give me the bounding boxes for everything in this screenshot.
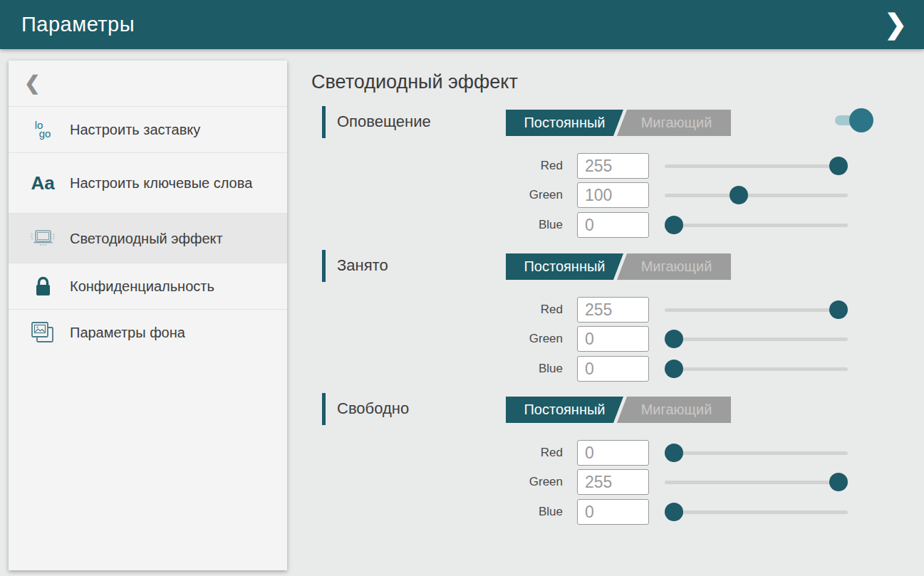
channel-value-input[interactable]: [577, 469, 649, 495]
mode-tabs: МигающийПостоянный: [506, 397, 731, 423]
channel-slider[interactable]: [665, 440, 848, 466]
slider-track: [665, 224, 848, 227]
background-images-icon: [24, 320, 61, 345]
section-accent-bar: [322, 250, 326, 282]
channel-label: Red: [322, 297, 563, 323]
led-section: СвободноМигающийПостоянныйRedGreenBlue: [322, 392, 892, 532]
led-display-icon: [24, 226, 61, 251]
sidebar-item-label: Настроить ключевые слова: [70, 174, 264, 192]
slider-thumb[interactable]: [665, 360, 683, 378]
keywords-icon: Aa: [24, 172, 61, 194]
channel-value-input[interactable]: [577, 356, 649, 382]
slider-track: [665, 194, 848, 197]
channel-slider[interactable]: [665, 499, 848, 525]
main-section-title: Светодиодный эффект: [311, 71, 518, 93]
channel-slider[interactable]: [665, 153, 848, 179]
sidebar-item-logo[interactable]: logoНастроить заставку: [9, 106, 287, 152]
page-title: Параметры: [21, 13, 135, 36]
slider-thumb[interactable]: [665, 216, 683, 234]
channel-row: Red: [322, 440, 863, 466]
led-section: ОповещениеМигающийПостоянныйRedGreenBlue: [322, 105, 892, 245]
sidebar-collapse-button[interactable]: ❮: [9, 61, 287, 106]
slider-thumb[interactable]: [665, 444, 683, 462]
channel-row: Green: [322, 326, 863, 352]
toggle-thumb: [849, 108, 873, 132]
logo-icon: logo: [24, 121, 61, 138]
channel-slider[interactable]: [665, 326, 848, 352]
channel-slider[interactable]: [665, 212, 848, 238]
channel-row: Green: [322, 469, 863, 495]
collapse-chevron-icon: ❮: [24, 72, 41, 95]
forward-chevron-icon[interactable]: ❯: [884, 7, 907, 41]
slider-track: [665, 451, 848, 455]
mode-tabs: МигающийПостоянный: [506, 110, 731, 136]
slider-thumb[interactable]: [665, 503, 683, 521]
sidebar-item-background-images[interactable]: Параметры фона: [9, 309, 287, 355]
channel-row: Blue: [322, 499, 863, 525]
section-label: Занято: [337, 249, 388, 281]
section-enable-toggle[interactable]: [834, 108, 878, 135]
slider-thumb[interactable]: [665, 330, 683, 348]
slider-track: [665, 481, 848, 484]
channel-label: Blue: [322, 212, 563, 238]
section-accent-bar: [322, 393, 326, 425]
sidebar-item-lock[interactable]: Конфиденциальность: [9, 263, 287, 309]
sidebar-item-label: Настроить заставку: [70, 120, 264, 139]
channel-label: Blue: [322, 356, 563, 382]
slider-thumb[interactable]: [829, 473, 848, 491]
slider-thumb[interactable]: [730, 186, 748, 204]
channel-label: Green: [322, 469, 563, 495]
channel-slider[interactable]: [665, 469, 848, 495]
slider-track: [665, 337, 848, 341]
led-section: ЗанятоМигающийПостоянныйRedGreenBlue: [322, 249, 892, 389]
channel-row: Green: [322, 182, 863, 208]
sidebar-item-label: Конфиденциальность: [70, 277, 264, 295]
section-label: Свободно: [337, 392, 409, 424]
channel-row: Red: [322, 297, 863, 323]
channel-slider[interactable]: [665, 356, 848, 382]
channel-value-input[interactable]: [577, 182, 649, 208]
sidebar-item-led-display[interactable]: Светодиодный эффект: [9, 213, 287, 263]
channel-value-input[interactable]: [577, 326, 649, 352]
channel-value-input[interactable]: [577, 153, 649, 179]
channel-slider[interactable]: [665, 297, 848, 323]
section-accent-bar: [322, 106, 326, 138]
channel-row: Blue: [322, 356, 863, 382]
mode-tabs: МигающийПостоянный: [506, 253, 731, 280]
channel-label: Green: [322, 326, 563, 352]
slider-track: [665, 510, 848, 514]
app-header: Параметры ❯: [0, 0, 924, 49]
sidebar: ❮ logoНастроить заставкуAaНастроить ключ…: [9, 61, 287, 570]
slider-thumb[interactable]: [829, 157, 848, 175]
channel-row: Red: [322, 153, 863, 179]
channel-row: Blue: [322, 212, 863, 238]
sidebar-item-keywords[interactable]: AaНастроить ключевые слова: [9, 152, 287, 213]
channel-label: Red: [322, 153, 563, 179]
channel-label: Green: [322, 182, 563, 208]
sidebar-item-label: Параметры фона: [70, 323, 264, 342]
channel-value-input[interactable]: [577, 499, 649, 525]
channel-label: Blue: [322, 499, 563, 525]
sidebar-item-label: Светодиодный эффект: [70, 229, 264, 248]
channel-slider[interactable]: [665, 182, 848, 208]
lock-icon: [24, 276, 61, 297]
slider-track: [665, 367, 848, 371]
channel-value-input[interactable]: [577, 212, 649, 238]
section-label: Оповещение: [337, 105, 431, 137]
channel-label: Red: [322, 440, 563, 466]
channel-value-input[interactable]: [577, 440, 649, 466]
sidebar-items: logoНастроить заставкуAaНастроить ключев…: [9, 106, 287, 355]
channel-value-input[interactable]: [577, 297, 649, 323]
slider-track: [665, 308, 848, 312]
slider-track: [665, 164, 848, 168]
slider-thumb[interactable]: [829, 300, 848, 319]
